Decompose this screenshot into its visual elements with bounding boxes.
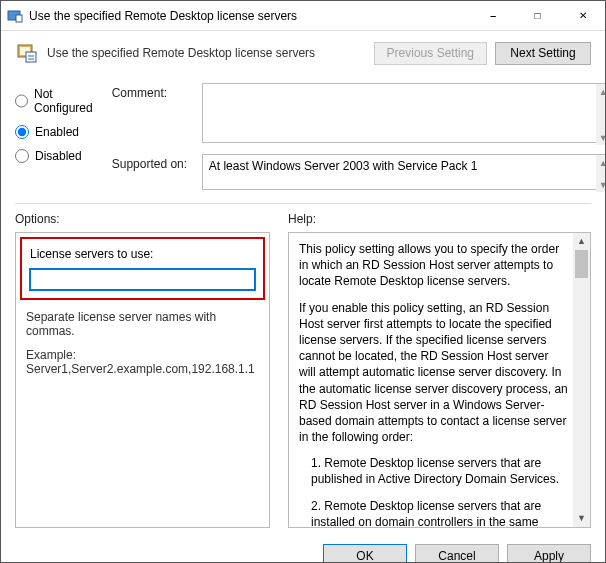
svg-rect-4 [26,52,36,62]
minimize-button[interactable]: ‒ [470,1,515,30]
help-scrollbar[interactable]: ▲ ▼ [573,233,590,527]
radio-disabled[interactable]: Disabled [15,149,94,163]
comment-label: Comment: [112,83,192,100]
help-paragraph: 1. Remote Desktop license servers that a… [299,455,568,487]
radio-enabled-input[interactable] [15,125,29,139]
radio-disabled-label: Disabled [35,149,82,163]
help-paragraph: If you enable this policy setting, an RD… [299,300,568,446]
svg-rect-1 [16,15,22,22]
comment-input[interactable] [202,83,606,143]
scroll-down-icon[interactable]: ▼ [596,177,606,192]
options-hint-1: Separate license server names with comma… [26,310,259,338]
maximize-button[interactable]: □ [515,1,560,30]
titlebar: Use the specified Remote Desktop license… [1,1,605,31]
scrollbar-thumb[interactable] [575,250,588,278]
supported-on-text [202,154,606,190]
previous-setting-button: Previous Setting [374,42,487,65]
scroll-up-icon[interactable]: ▲ [596,84,606,99]
cancel-button[interactable]: Cancel [415,544,499,563]
footer: OK Cancel Apply [1,534,605,563]
help-paragraph: 2. Remote Desktop license servers that a… [299,498,568,528]
radio-disabled-input[interactable] [15,149,29,163]
close-button[interactable]: ✕ [560,1,605,30]
supported-scrollbar[interactable]: ▲ ▼ [596,155,606,192]
window-controls: ‒ □ ✕ [470,1,605,30]
ok-button[interactable]: OK [323,544,407,563]
options-hint-2: Example: Server1,Server2.example.com,192… [26,348,259,376]
apply-button[interactable]: Apply [507,544,591,563]
scroll-down-icon[interactable]: ▼ [573,510,590,527]
header: Use the specified Remote Desktop license… [15,41,591,65]
scroll-up-icon[interactable]: ▲ [596,155,606,170]
radio-not-configured[interactable]: Not Configured [15,87,94,115]
scrollbar-track[interactable] [573,278,590,510]
next-setting-button[interactable]: Next Setting [495,42,591,65]
policy-title: Use the specified Remote Desktop license… [47,46,315,60]
help-heading: Help: [288,212,591,226]
window-title: Use the specified Remote Desktop license… [29,9,470,23]
radio-enabled-label: Enabled [35,125,79,139]
license-servers-caption: License servers to use: [30,247,255,261]
divider [15,203,591,204]
radio-not-configured-label: Not Configured [34,87,94,115]
help-paragraph: This policy setting allows you to specif… [299,241,568,290]
options-panel: License servers to use: Separate license… [15,232,270,528]
scroll-up-icon[interactable]: ▲ [573,233,590,250]
license-servers-input[interactable] [30,269,255,290]
supported-label: Supported on: [112,154,192,171]
comment-scrollbar[interactable]: ▲ ▼ [596,84,606,145]
options-highlight: License servers to use: [20,237,265,300]
scroll-down-icon[interactable]: ▼ [596,130,606,145]
help-panel: This policy setting allows you to specif… [288,232,591,528]
radio-enabled[interactable]: Enabled [15,125,94,139]
app-icon [7,8,23,24]
policy-icon [15,41,39,65]
options-heading: Options: [15,212,270,226]
radio-not-configured-input[interactable] [15,94,28,108]
state-radios: Not Configured Enabled Disabled [15,83,94,193]
